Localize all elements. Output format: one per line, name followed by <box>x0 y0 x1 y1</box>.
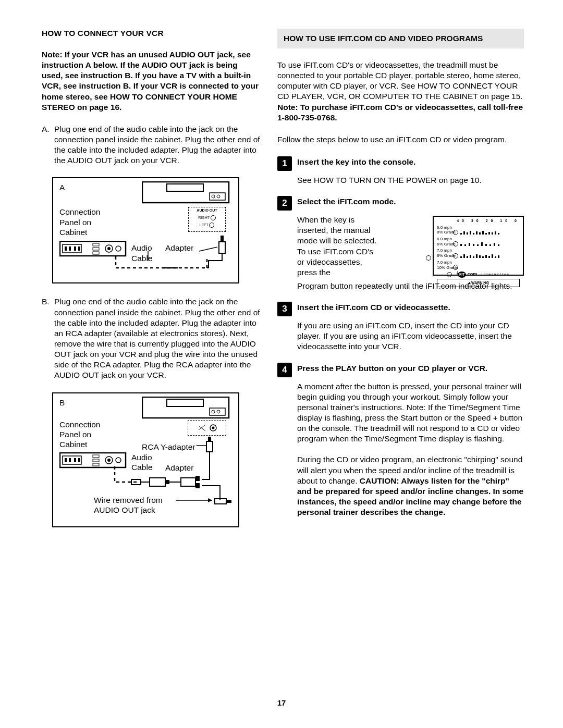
ifit-intro-bold: Note: To purchase iFIT.com CD's or video… <box>277 103 523 122</box>
console-top-scale: 40 30 20 10 0 <box>437 219 520 223</box>
svg-rect-44 <box>150 478 165 486</box>
svg-rect-9 <box>74 246 76 251</box>
svg-rect-51 <box>208 437 211 442</box>
vcr-note: Note: If your VCR has an unused AUDIO OU… <box>42 50 261 113</box>
ifit-follow: Follow the steps below to use an iFIT.co… <box>277 134 524 145</box>
step-3: 3 Insert the iFIT.com CD or videocassett… <box>277 302 524 316</box>
svg-rect-35 <box>78 458 80 462</box>
step-2-title: Select the iFIT.com mode. <box>297 196 396 206</box>
svg-rect-32 <box>65 458 67 462</box>
svg-marker-55 <box>208 498 212 502</box>
instruction-b: B. Plug one end of the audio cable into … <box>42 297 261 380</box>
svg-rect-38 <box>93 463 99 466</box>
audio-right-label: RIGHT <box>198 216 210 219</box>
svg-rect-13 <box>93 252 99 254</box>
diagram-a-letter: A <box>59 182 65 192</box>
ifit-intro: To use iFIT.com CD's or videocassettes, … <box>277 60 524 123</box>
diagram-b-letter: B <box>59 398 65 408</box>
step-3-number: 3 <box>277 302 292 316</box>
step-3-title: Insert the iFIT.com CD or videocassette. <box>297 302 450 312</box>
step-1: 1 Insert the key into the console. <box>277 156 524 171</box>
step-2-number: 2 <box>277 196 292 211</box>
step-2: 2 Select the iFIT.com mode. <box>277 196 524 211</box>
diagram-b-connection-label: Connection Panel on Cabinet <box>59 419 100 450</box>
step-1-title: Insert the key into the console. <box>297 156 415 167</box>
cable-b-icon <box>100 435 236 516</box>
step-2-body-a: When the key is inserted, the manual mod… <box>297 215 377 277</box>
svg-rect-7 <box>65 246 67 251</box>
instruction-a-letter: A. <box>42 124 50 134</box>
audio-left-label: LEFT <box>200 223 209 227</box>
svg-point-27 <box>212 426 215 429</box>
svg-rect-48 <box>195 476 200 481</box>
diagram-a: A Connection Panel on Cabinet Audio Cabl… <box>52 177 239 283</box>
section-title-vcr: HOW TO CONNECT YOUR VCR <box>42 29 261 38</box>
step-4-title: Press the PLAY button on your CD player … <box>297 363 487 373</box>
step-4-number: 4 <box>277 363 292 377</box>
step-1-body: See HOW TO TURN ON THE POWER on page 10. <box>297 175 524 186</box>
section-title-ifit: HOW TO USE IFIT.COM CD AND VIDEO PROGRAM… <box>277 29 524 48</box>
console-row-4: 7.0 mph 10% Grade <box>437 260 451 270</box>
svg-rect-34 <box>74 458 76 462</box>
console-warning-label: ▲WARNING <box>437 279 520 287</box>
step-4-body-1: A moment after the button is pressed, yo… <box>297 381 524 445</box>
svg-rect-10 <box>78 246 80 251</box>
page-number: 17 <box>0 698 563 707</box>
left-column: HOW TO CONNECT YOUR VCR Note: If your VC… <box>42 29 261 540</box>
console-row-3: 7.0 mph 8% Grade <box>437 248 451 258</box>
diagram-b: B Connection Panel on Cabinet Audio Cabl… <box>52 392 239 527</box>
console-row-1: 6.0 mph 8% Grade <box>437 225 451 235</box>
svg-point-4 <box>217 195 220 198</box>
svg-rect-50 <box>206 441 213 452</box>
cable-a-icon <box>105 230 236 277</box>
audio-out-box-b <box>188 420 226 436</box>
svg-rect-47 <box>181 478 195 486</box>
document-page: HOW TO CONNECT YOUR VCR Note: If your VC… <box>0 0 563 728</box>
instruction-b-text: Plug one end of the audio cable into the… <box>54 297 260 379</box>
svg-rect-17 <box>219 242 225 253</box>
vcr-icon-b <box>142 397 230 420</box>
svg-rect-49 <box>195 483 200 488</box>
svg-point-24 <box>212 410 215 413</box>
step-2-body: When the key is inserted, the manual mod… <box>297 215 524 291</box>
svg-point-25 <box>217 410 220 413</box>
svg-point-3 <box>212 195 215 198</box>
step-4-body-2: During the CD or video program, an elect… <box>297 454 524 517</box>
svg-rect-33 <box>69 458 71 462</box>
svg-rect-53 <box>226 500 231 503</box>
svg-rect-18 <box>221 236 224 242</box>
svg-rect-0 <box>142 182 229 203</box>
step-4: 4 Press the PLAY button on your CD playe… <box>277 363 524 377</box>
svg-rect-1 <box>167 184 203 191</box>
console-row-2: 6.0 mph 6% Grade <box>437 237 451 246</box>
step-3-body: If you are using an iFIT.com CD, insert … <box>297 320 524 352</box>
svg-rect-45 <box>165 480 169 484</box>
svg-rect-37 <box>93 459 99 462</box>
instruction-a-text: Plug one end of the audio cable into the… <box>54 125 260 165</box>
svg-line-29 <box>199 426 205 431</box>
svg-line-28 <box>199 425 205 430</box>
svg-rect-36 <box>93 455 99 458</box>
console-interactive-label: Interactive <box>481 273 509 276</box>
svg-line-20 <box>199 247 217 251</box>
svg-rect-22 <box>167 399 203 406</box>
console-panel-figure: 40 30 20 10 0 6.0 mph 8% Grade 6.0 mph 6… <box>433 216 524 276</box>
audio-out-label: AUDIO OUT <box>189 208 225 213</box>
right-column: HOW TO USE IFIT.COM CD AND VIDEO PROGRAM… <box>277 29 524 540</box>
vcr-icon <box>142 181 230 205</box>
audio-out-box: AUDIO OUT RIGHT LEFT <box>188 207 226 232</box>
svg-rect-12 <box>93 248 99 250</box>
instruction-b-letter: B. <box>42 297 50 307</box>
svg-rect-8 <box>69 246 71 251</box>
diagram-a-connection-label: Connection Panel on Cabinet <box>59 207 100 237</box>
instruction-a: A. Plug one end of the audio cable into … <box>42 124 261 166</box>
ifit-intro-text: To use iFIT.com CD's or videocassettes, … <box>277 60 523 101</box>
svg-rect-21 <box>142 397 229 418</box>
svg-rect-11 <box>93 243 99 246</box>
step-1-number: 1 <box>277 156 292 171</box>
